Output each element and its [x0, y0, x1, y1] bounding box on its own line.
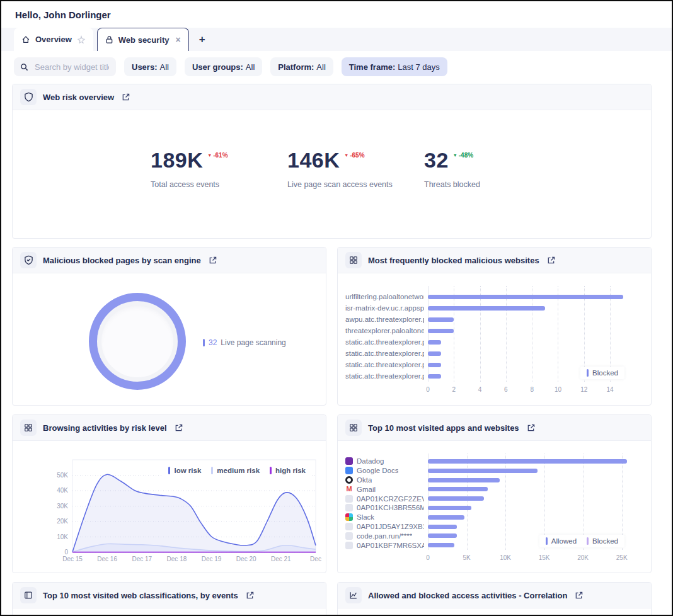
- bar: [428, 351, 441, 356]
- search-icon: [20, 63, 28, 71]
- bar: [428, 469, 538, 473]
- filter-platform[interactable]: Platform: All: [270, 57, 333, 76]
- line-chart-icon: [345, 587, 362, 603]
- external-link-icon[interactable]: [209, 256, 217, 265]
- bar: [428, 506, 471, 510]
- gdocs-icon: [345, 467, 353, 474]
- bar-label: Slack: [345, 513, 424, 522]
- filter-time-frame[interactable]: Time frame: Last 7 days: [342, 57, 447, 76]
- donut-ring: [89, 293, 186, 390]
- axis-tick-label: 25K: [616, 554, 628, 561]
- search-input[interactable]: [33, 62, 110, 72]
- generic-icon: [345, 504, 353, 511]
- bar-label: urlfiltering.paloaltonetwor...: [345, 291, 424, 302]
- generic-icon: [345, 523, 353, 530]
- svg-text:40K: 40K: [57, 487, 68, 494]
- tab-bar: Overview Web security × +: [1, 28, 672, 51]
- axis-tick-label: 5K: [463, 554, 470, 561]
- gridline: [506, 286, 507, 382]
- external-link-icon[interactable]: [246, 591, 254, 600]
- chart-legend: AllowedBlocked: [539, 535, 624, 547]
- card-risk-level: Browsing activities by risk level 010K20…: [12, 414, 326, 573]
- bar-label: static.atc.threatexplorer.pa...: [345, 336, 424, 348]
- bar: [428, 374, 441, 379]
- tab-overview-label: Overview: [35, 35, 72, 44]
- external-link-icon[interactable]: [547, 256, 555, 265]
- svg-text:Dec 18: Dec 18: [167, 556, 187, 562]
- bar-label: Datadog: [345, 457, 424, 466]
- external-link-icon[interactable]: [175, 424, 183, 432]
- grid-icon: [20, 419, 37, 436]
- gridline: [454, 286, 454, 382]
- legend-item: Allowed: [546, 537, 577, 545]
- bar-label: 0AP01KBF7MR6SXAN...: [345, 540, 424, 550]
- close-tab-icon[interactable]: ×: [176, 35, 181, 45]
- card-title: Top 10 most visited web classifications,…: [43, 591, 238, 600]
- slack-icon: [345, 513, 353, 521]
- bar-label: static.atc.threatexplorer.pa...: [345, 370, 424, 382]
- bar-label: Okta: [345, 476, 424, 485]
- axis-tick-label: 15K: [539, 554, 550, 561]
- card-title: Web risk overview: [43, 93, 114, 102]
- widget-search[interactable]: [14, 57, 116, 76]
- external-link-icon[interactable]: [575, 591, 583, 600]
- filter-user-groups[interactable]: User groups: All: [185, 57, 262, 76]
- axis-tick-label: 12: [580, 386, 587, 393]
- kpi-live-page-scan-events: 146K ▼-65% Live page scan access events: [287, 149, 424, 189]
- donut-legend: 32 Live page scanning: [203, 338, 286, 347]
- svg-text:50K: 50K: [57, 472, 68, 479]
- tab-web-security[interactable]: Web security ×: [97, 28, 189, 51]
- bar-label: awpu.atc.threatexplorer.pa...: [345, 314, 424, 325]
- card-web-classifications: Top 10 most visited web classifications,…: [12, 582, 326, 616]
- tab-web-security-label: Web security: [118, 35, 170, 45]
- generic-icon: [345, 495, 353, 503]
- gridline: [558, 286, 558, 382]
- gmail-icon: M: [345, 486, 353, 493]
- gridline: [428, 286, 429, 382]
- svg-text:Dec 16: Dec 16: [97, 556, 117, 562]
- svg-text:0: 0: [64, 549, 68, 556]
- table-icon: [20, 587, 37, 603]
- kpi-total-access-events: 189K ▼-61% Total access events: [151, 149, 287, 189]
- kpi-strip: 189K ▼-61% Total access events 146K ▼-65…: [13, 110, 651, 189]
- bar-label: 0AP01JD5AY1Z9XB1J...: [345, 522, 424, 532]
- card-title: Most frequently blocked malicious websit…: [368, 256, 539, 265]
- bar: [428, 515, 464, 520]
- external-link-icon[interactable]: [527, 424, 535, 432]
- external-link-icon[interactable]: [122, 93, 130, 101]
- area-chart-svg: 010K20K30K40K50KDec 15Dec 16Dec 17Dec 18…: [13, 441, 326, 567]
- bar-label: MGmail: [345, 484, 424, 494]
- lock-icon: [105, 35, 113, 44]
- filter-users[interactable]: Users: All: [124, 57, 176, 76]
- bar: [428, 543, 454, 547]
- shield-icon: [20, 89, 37, 105]
- legend-marker: [203, 339, 205, 346]
- bar-label: Google Docs: [345, 466, 424, 476]
- add-tab-button[interactable]: +: [189, 28, 216, 51]
- bar-label: static.atc.threatexplorer.pa...: [345, 348, 424, 359]
- bar-label: 0AP01KCH3BR556MD...: [345, 503, 424, 513]
- card-title: Top 10 most visited apps and websites: [368, 423, 519, 433]
- widgets-area: Web risk overview 189K ▼-61% Total acces…: [1, 76, 672, 616]
- gridline: [467, 453, 468, 550]
- axis-tick-label: 0: [426, 554, 430, 561]
- generic-icon: [345, 542, 353, 549]
- svg-text:Dec 19: Dec 19: [202, 556, 222, 562]
- card-title: Malicious blocked pages by scan engine: [43, 256, 201, 265]
- svg-text:10K: 10K: [57, 533, 68, 540]
- bar: [428, 487, 488, 491]
- tab-overview[interactable]: Overview: [14, 28, 93, 51]
- home-icon: [21, 35, 30, 44]
- bar: [428, 496, 484, 501]
- bar: [428, 340, 441, 345]
- axis-tick-label: 20K: [577, 554, 589, 561]
- bar-chart-blocked-websites: 02468101214Blockedurlfiltering.paloalton…: [338, 273, 651, 406]
- legend-item: Blocked: [587, 537, 618, 545]
- legend-item: Blocked: [587, 369, 618, 377]
- card-blocked-websites: Most frequently blocked malicious websit…: [337, 247, 652, 406]
- svg-text:Dec 15: Dec 15: [62, 556, 83, 562]
- filter-bar: Users: All User groups: All Platform: Al…: [1, 51, 672, 76]
- bar: [428, 363, 441, 367]
- pin-star-icon[interactable]: [77, 35, 86, 44]
- bar-label: isr-matrix-dev.uc.r.appspot...: [345, 302, 424, 314]
